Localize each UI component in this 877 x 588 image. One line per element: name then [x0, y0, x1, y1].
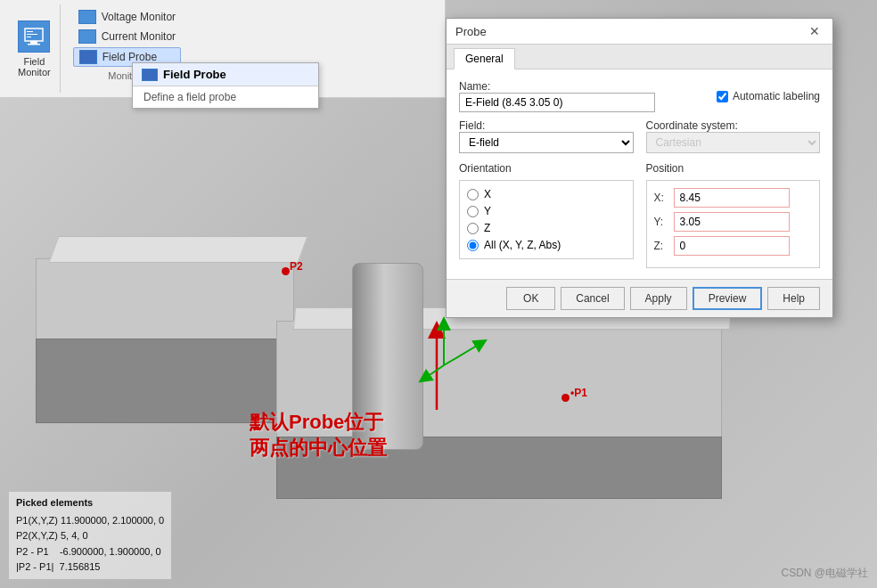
- field-monitor-button[interactable]: FieldMonitor: [9, 4, 61, 93]
- svg-rect-9: [27, 37, 31, 37]
- pos-x-row: X:: [654, 188, 813, 208]
- current-monitor-label: Current Monitor: [102, 30, 176, 43]
- voltage-monitor-item[interactable]: Voltage Monitor: [73, 8, 181, 26]
- auto-label-checkbox[interactable]: [717, 91, 728, 102]
- pos-y-row: Y:: [654, 212, 813, 232]
- p1-label: •P1: [570, 387, 587, 399]
- pos-z-row: Z:: [654, 236, 813, 256]
- monitor-svg-icon: [23, 28, 45, 45]
- green-axes: [417, 316, 488, 388]
- orient-x-label: X: [484, 188, 491, 200]
- orient-z-label: Z: [484, 222, 490, 234]
- name-label: Name:: [459, 80, 704, 93]
- p1-marker: [561, 394, 570, 402]
- orient-z-radio[interactable]: [467, 223, 479, 234]
- pos-z-label: Z:: [654, 240, 668, 252]
- auto-label: Automatic labeling: [733, 90, 820, 102]
- help-button[interactable]: Help: [767, 287, 820, 310]
- name-input[interactable]: [459, 93, 655, 112]
- fp-dropdown-header: Field Probe: [133, 63, 318, 86]
- voltage-monitor-label: Voltage Monitor: [102, 11, 176, 23]
- probe-dialog: Probe ✕ General Name: Automatic labeling…: [446, 18, 833, 318]
- svg-rect-6: [28, 44, 40, 45]
- cancel-button[interactable]: Cancel: [561, 287, 624, 310]
- picked-row-0: P1(X,Y,Z) 11.900000, 2.100000, 0: [16, 513, 164, 529]
- dialog-title: Probe: [455, 25, 487, 38]
- pos-x-label: X:: [654, 192, 668, 204]
- current-monitor-icon: [78, 29, 96, 44]
- dialog-footer: OK Cancel Apply Preview Help: [447, 279, 832, 317]
- picked-elements-panel: Picked elements P1(X,Y,Z) 11.900000, 2.1…: [9, 492, 171, 579]
- p2-label: P2: [290, 260, 303, 273]
- orient-x-radio[interactable]: [467, 189, 479, 200]
- position-label: Position: [646, 162, 821, 175]
- field-probe-icon: [79, 50, 97, 64]
- picked-row-2: P2 - P1 -6.900000, 1.900000, 0: [16, 544, 164, 560]
- dialog-close-button[interactable]: ✕: [806, 24, 824, 38]
- svg-rect-5: [30, 41, 37, 44]
- svg-rect-7: [27, 31, 33, 32]
- field-probe-label: Field Probe: [102, 51, 157, 63]
- picked-row-3: |P2 - P1| 7.156815: [16, 559, 164, 576]
- orient-x-row: X: [467, 188, 626, 200]
- orient-all-radio[interactable]: [467, 240, 479, 251]
- fp-dropdown-sub[interactable]: Define a field probe: [133, 86, 318, 108]
- voltage-monitor-icon: [78, 10, 96, 24]
- picked-row-1: P2(X,Y,Z) 5, 4, 0: [16, 528, 164, 544]
- orient-all-row: All (X, Y, Z, Abs): [467, 239, 626, 251]
- coord-label: Coordinate system:: [646, 119, 821, 132]
- dialog-titlebar: Probe ✕: [447, 19, 832, 45]
- dialog-tabs: General: [447, 45, 832, 69]
- position-group: X: Y: Z:: [646, 180, 821, 268]
- orient-z-row: Z: [467, 222, 626, 234]
- tab-general[interactable]: General: [454, 48, 515, 69]
- svg-rect-8: [27, 34, 37, 35]
- orient-all-label: All (X, Y, Z, Abs): [484, 239, 561, 251]
- field-probe-dropdown: Field Probe Define a field probe: [132, 62, 319, 109]
- watermark: CSDN @电磁学社: [781, 566, 868, 581]
- fp-dropdown-title: Field Probe: [163, 68, 226, 81]
- annotation-text: 默认Probe位于 两点的中心位置: [250, 410, 387, 461]
- orient-y-radio[interactable]: [467, 206, 479, 217]
- fp-dropdown-icon: [142, 69, 158, 81]
- ok-button[interactable]: OK: [506, 287, 555, 310]
- pos-y-label: Y:: [654, 216, 668, 228]
- p2-marker: [282, 267, 290, 275]
- svg-line-3: [424, 365, 444, 379]
- field-monitor-label: FieldMonitor: [18, 56, 51, 78]
- svg-line-2: [444, 343, 481, 365]
- field-monitor-icon: [18, 20, 50, 53]
- dialog-body: Name: Automatic labeling Field: E-field …: [447, 69, 832, 279]
- coord-select[interactable]: Cartesian: [646, 132, 821, 153]
- orient-y-row: Y: [467, 205, 626, 217]
- apply-button[interactable]: Apply: [630, 287, 687, 310]
- current-monitor-item[interactable]: Current Monitor: [73, 28, 181, 45]
- field-label: Field:: [459, 119, 634, 132]
- field-select[interactable]: E-field: [459, 132, 634, 153]
- preview-button[interactable]: Preview: [693, 287, 763, 310]
- orientation-group: X Y Z All (X, Y, Z, Abs): [459, 180, 634, 259]
- picked-elements-header: Picked elements: [16, 495, 164, 511]
- pos-y-input[interactable]: [674, 212, 790, 232]
- pos-x-input[interactable]: [674, 188, 790, 208]
- pos-z-input[interactable]: [674, 236, 790, 256]
- orientation-label: Orientation: [459, 162, 634, 175]
- orient-y-label: Y: [484, 205, 491, 217]
